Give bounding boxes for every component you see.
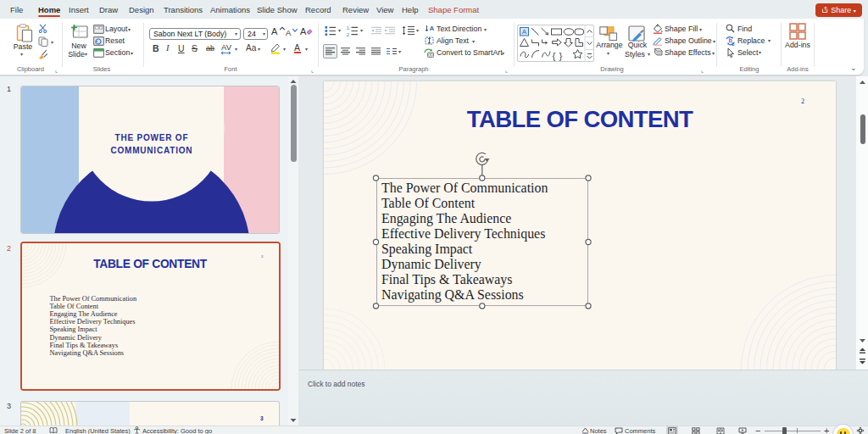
svg-text:The Power Of Communication: The Power Of Communication (50, 295, 137, 303)
svg-text:COMMUNICATION: COMMUNICATION (110, 146, 192, 155)
svg-text:3: 3 (260, 415, 264, 421)
svg-text:}: } (559, 50, 563, 60)
svg-text:c: c (732, 41, 735, 47)
svg-text:Effective Delivery Techniques: Effective Delivery Techniques (50, 318, 136, 326)
svg-text:2: 2 (347, 32, 349, 36)
svg-text:Speaking Impact: Speaking Impact (50, 326, 98, 333)
svg-text:{: { (553, 50, 556, 60)
svg-text:Final Tips & Takeaways: Final Tips & Takeaways (50, 342, 119, 349)
svg-text:Engaging The Audience: Engaging The Audience (50, 310, 118, 318)
svg-text:1: 1 (347, 25, 349, 31)
svg-text:TABLE OF CONTENT: TABLE OF CONTENT (93, 258, 208, 270)
svg-text:Navigating Q&A Sessions: Navigating Q&A Sessions (50, 349, 125, 357)
svg-text:A: A (430, 25, 435, 32)
svg-text:Table Of Content: Table Of Content (50, 303, 99, 310)
svg-text:A: A (522, 28, 527, 36)
svg-text:THE POWER OF: THE POWER OF (114, 133, 188, 142)
svg-text:Dynamic Delivery: Dynamic Delivery (50, 334, 103, 342)
